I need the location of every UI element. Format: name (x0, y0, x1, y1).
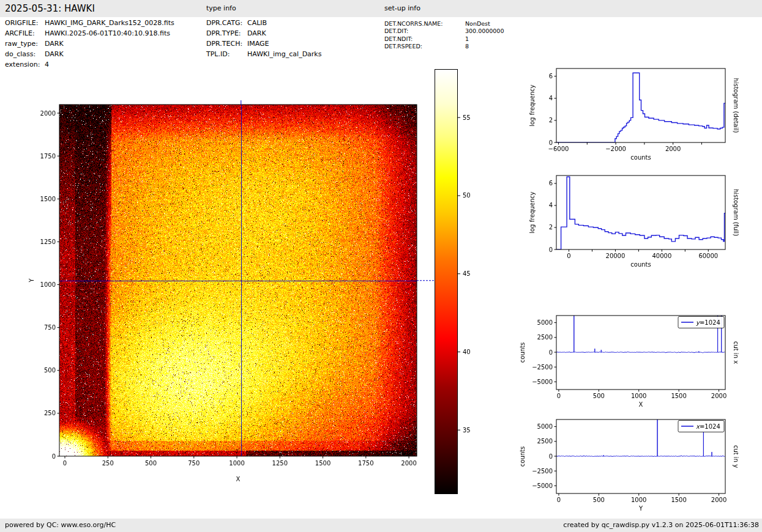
svg-text:1000: 1000 (40, 281, 56, 288)
svg-text:histogram (full): histogram (full) (733, 189, 739, 236)
svg-text:Y: Y (638, 505, 643, 512)
svg-text:X: X (236, 476, 241, 482)
svg-text:log frequency: log frequency (529, 191, 536, 234)
svg-text:500: 500 (593, 393, 605, 399)
svg-text:−5000: −5000 (532, 379, 553, 385)
info-label: raw_type: (5, 40, 38, 48)
svg-text:x=1024: x=1024 (696, 423, 720, 430)
svg-text:6: 6 (549, 73, 553, 79)
info-row: raw_type:DARK (5, 40, 201, 50)
info-row: DET.NDIT:1 (384, 35, 568, 43)
footer-powered-by: powered by QC: www.eso.org/HC (5, 519, 116, 532)
svg-text:−6000: −6000 (548, 146, 569, 152)
raw-image-canvas (59, 105, 417, 456)
svg-text:counts: counts (519, 446, 526, 467)
svg-text:1000: 1000 (631, 497, 646, 503)
cut-in-x-legend: y=1024 (678, 317, 724, 328)
svg-text:0: 0 (52, 453, 56, 460)
colorbar-ticks: 5550454035 (458, 114, 471, 434)
svg-text:500: 500 (44, 367, 56, 374)
svg-text:500: 500 (145, 460, 157, 467)
qc-report-page: 2025-05-31: HAWKI type info set-up info … (0, 0, 762, 532)
svg-text:2: 2 (549, 117, 553, 124)
info-row: TPL.ID:HAWKI_img_cal_Darks (206, 50, 378, 61)
svg-text:1500: 1500 (40, 196, 56, 202)
svg-text:50: 50 (463, 192, 471, 199)
svg-text:750: 750 (44, 324, 56, 331)
svg-text:55: 55 (463, 114, 471, 121)
svg-text:log frequency: log frequency (529, 84, 536, 127)
svg-text:−5000: −5000 (532, 482, 553, 489)
setup-info-list: DET.NCORRS.NAME:NonDestDET.DIT:300.00000… (384, 20, 568, 51)
info-label: DPR.TYPE: (206, 29, 241, 37)
svg-text:1250: 1250 (40, 238, 56, 245)
svg-text:X: X (639, 401, 643, 408)
svg-text:40000: 40000 (652, 253, 671, 259)
info-row: DET.RSPEED:8 (384, 43, 568, 50)
svg-text:0: 0 (63, 460, 67, 467)
info-value: 300.0000000 (465, 28, 504, 34)
colorbar (435, 69, 458, 494)
svg-text:cut in x: cut in x (733, 341, 739, 364)
svg-text:cut in y: cut in y (733, 445, 739, 468)
info-value: HAWKI_img_cal_Darks (247, 50, 321, 58)
info-row: DPR.TYPE:DARK (206, 29, 378, 40)
svg-text:1000: 1000 (631, 393, 646, 399)
svg-text:5000: 5000 (537, 319, 553, 326)
info-row: ORIGFILE:HAWKI_IMG_DARK_Darks152_0028.fi… (5, 19, 201, 29)
info-label: ARCFILE: (5, 29, 35, 37)
info-label: extension: (5, 61, 40, 68)
svg-text:6: 6 (549, 180, 553, 187)
type-info-list: DPR.CATG:CALIBDPR.TYPE:DARKDPR.TECH:IMAG… (206, 19, 378, 61)
svg-text:counts: counts (630, 261, 651, 268)
svg-text:0: 0 (557, 497, 561, 503)
info-value: DARK (247, 29, 266, 37)
cut-in-y-panel: 0500100015002000500025000−2500−5000Ycoun… (519, 419, 739, 512)
svg-text:−2000: −2000 (605, 146, 626, 152)
histogram-full-panel: 02000040000600000246countslog frequencyh… (529, 175, 739, 268)
svg-text:y=1024: y=1024 (696, 319, 720, 327)
svg-text:histogram (detail): histogram (detail) (733, 78, 739, 133)
info-label: TPL.ID: (206, 50, 230, 58)
svg-text:4: 4 (549, 202, 553, 209)
svg-text:2000: 2000 (40, 110, 56, 117)
setup-info-heading: set-up info (384, 0, 420, 17)
info-label: DET.NDIT: (384, 35, 413, 42)
info-label: DPR.TECH: (206, 40, 242, 48)
svg-text:counts: counts (630, 154, 651, 161)
info-label: ORIGFILE: (5, 19, 38, 27)
info-row: ARCFILE:HAWKI.2025-06-01T10:40:10.918.fi… (5, 29, 201, 40)
svg-text:2000: 2000 (711, 393, 727, 399)
svg-text:counts: counts (519, 342, 526, 363)
info-row: do_class:DARK (5, 50, 201, 61)
svg-text:2000: 2000 (665, 146, 681, 152)
info-label: DET.NCORRS.NAME: (384, 20, 443, 27)
info-value: 1 (465, 35, 469, 42)
svg-text:1500: 1500 (671, 497, 686, 503)
svg-text:0: 0 (549, 349, 553, 356)
info-value: 4 (45, 61, 49, 68)
header-band: 2025-05-31: HAWKI type info set-up info (0, 0, 762, 17)
info-label: DPR.CATG: (206, 19, 242, 27)
svg-text:1250: 1250 (272, 460, 288, 467)
svg-text:2500: 2500 (537, 334, 553, 341)
svg-text:2500: 2500 (537, 438, 553, 445)
info-value: DARK (45, 40, 64, 48)
svg-text:0: 0 (549, 246, 553, 253)
svg-text:5000: 5000 (537, 423, 553, 430)
info-label: do_class: (5, 50, 35, 58)
svg-text:500: 500 (593, 497, 605, 503)
info-row: DET.NCORRS.NAME:NonDest (384, 20, 568, 28)
svg-text:20000: 20000 (606, 253, 626, 259)
info-row: DPR.CATG:CALIB (206, 19, 378, 29)
info-value: 8 (465, 43, 469, 50)
histogram-detail-panel: −6000−200020000246countslog frequencyhis… (529, 68, 739, 161)
svg-text:Y: Y (28, 278, 35, 283)
svg-text:0: 0 (549, 139, 553, 146)
svg-text:1750: 1750 (358, 460, 373, 467)
info-value: IMAGE (247, 40, 269, 48)
svg-text:40: 40 (463, 349, 471, 355)
info-row: DET.DIT:300.0000000 (384, 28, 568, 35)
file-info-list: ORIGFILE:HAWKI_IMG_DARK_Darks152_0028.fi… (5, 19, 201, 71)
svg-text:−2500: −2500 (532, 468, 553, 475)
